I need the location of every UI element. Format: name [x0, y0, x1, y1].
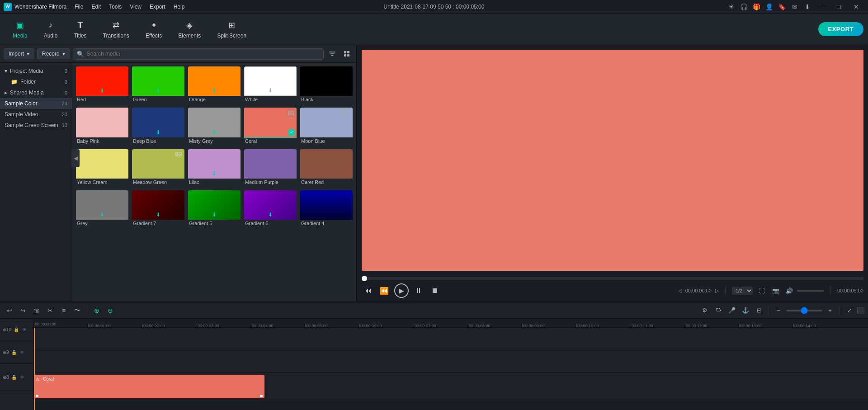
menu-edit[interactable]: Edit	[88, 3, 105, 11]
color-thumb-black[interactable]: Black	[300, 66, 353, 104]
toolbar-audio[interactable]: ♪ Audio	[36, 17, 66, 42]
bookmark-icon[interactable]: 🔖	[777, 1, 788, 12]
headphone-icon[interactable]: 🎧	[739, 1, 750, 12]
toolbar-elements[interactable]: ◈ Elements	[170, 17, 209, 42]
color-thumb-white[interactable]: ⬇ White	[244, 66, 297, 104]
zoom-in-button[interactable]: +	[824, 305, 836, 316]
settings-button[interactable]: ⚙	[699, 305, 711, 316]
preview-video	[362, 50, 863, 271]
audio-button[interactable]: 〜	[71, 305, 83, 316]
color-thumb-gradient-7[interactable]: ⬇ Gradient 7	[132, 190, 184, 228]
sun-icon[interactable]: ☀	[726, 1, 737, 12]
track-lock-10[interactable]: 🔒	[13, 327, 19, 333]
volume-slider[interactable]	[797, 290, 824, 292]
sidebar-item-shared-media[interactable]: ▸ Shared Media 0	[0, 87, 72, 98]
step-back-button[interactable]: ⏪	[378, 284, 391, 297]
color-thumb-caret-red[interactable]: Caret Red	[300, 149, 353, 187]
coral-clip[interactable]: ⚠ Coral	[34, 375, 264, 398]
play-button[interactable]: ▶	[394, 283, 409, 298]
timeline-settings-button[interactable]: ⚓	[740, 305, 751, 316]
filter-button[interactable]	[326, 48, 338, 60]
color-thumb-lilac[interactable]: ⬇ Lilac	[188, 149, 241, 187]
add-track-button[interactable]: ⊕	[91, 305, 103, 316]
mail-icon[interactable]: ✉	[789, 1, 800, 12]
toolbar-media[interactable]: ▣ Media	[5, 17, 36, 42]
color-thumb-yellow-cream[interactable]: Yellow Cream	[76, 149, 128, 187]
menu-file[interactable]: File	[71, 3, 87, 11]
track-eye-10[interactable]: 👁	[21, 327, 28, 333]
sidebar-collapse-button[interactable]: ◀	[71, 149, 80, 167]
export-button[interactable]: EXPORT	[818, 22, 863, 36]
menu-export[interactable]: Export	[146, 3, 169, 11]
import-dropdown[interactable]: Import ▾	[4, 48, 34, 59]
fit-screen-button[interactable]: ⛶	[756, 285, 768, 297]
search-input[interactable]	[87, 51, 320, 57]
fit-button[interactable]: ⤢	[844, 305, 855, 316]
volume-button[interactable]: 🔊	[783, 285, 795, 297]
mic-button[interactable]: 🎤	[726, 305, 738, 316]
toolbar-titles[interactable]: T Titles	[66, 17, 94, 42]
maximize-button[interactable]: □	[832, 0, 846, 14]
toolbar-transitions[interactable]: ⇄ Transitions	[95, 17, 137, 42]
color-thumb-medium-purple[interactable]: Medium Purple	[244, 149, 297, 187]
grid-view-button[interactable]	[341, 48, 353, 60]
pause-button[interactable]: ⏸	[412, 284, 425, 297]
menu-view[interactable]: View	[126, 3, 145, 11]
sidebar-item-project-media[interactable]: ▾ Project Media 3	[0, 66, 72, 76]
color-thumb-gradient-4[interactable]: Gradient 4	[300, 190, 353, 228]
track-lock-8[interactable]: 🔒	[11, 374, 17, 381]
scissors-button[interactable]: ✂	[44, 305, 56, 316]
drag-handle[interactable]	[857, 307, 864, 314]
color-thumb-meadow-green[interactable]: Meadow Green	[132, 149, 184, 187]
color-thumb-red[interactable]: ⬇ Red	[76, 66, 128, 104]
color-thumb-moon-blue[interactable]: Moon Blue	[300, 108, 353, 145]
preview-playhead[interactable]	[362, 276, 367, 281]
zoom-slider[interactable]	[786, 310, 822, 311]
menu-tools[interactable]: Tools	[105, 3, 125, 11]
menu-help[interactable]: Help	[170, 3, 189, 11]
sidebar-item-sample-video[interactable]: Sample Video 20	[0, 109, 72, 120]
screenshot-button[interactable]: 📷	[770, 285, 782, 297]
shared-media-chevron-icon: ▸	[5, 90, 7, 96]
shield-button[interactable]: 🛡	[712, 305, 724, 316]
skip-back-button[interactable]: ⏮	[362, 284, 374, 297]
close-button[interactable]: ✕	[848, 0, 864, 14]
record-dropdown[interactable]: Record ▾	[37, 48, 70, 59]
redo-button[interactable]: ↪	[17, 305, 29, 316]
color-thumb-coral[interactable]: ✓ Coral	[244, 108, 297, 145]
toolbar-effects[interactable]: ✦ Effects	[137, 17, 170, 42]
sidebar-item-folder[interactable]: 📁 Folder 3	[0, 76, 72, 87]
stop-button[interactable]: ⏹	[429, 284, 441, 297]
color-thumb-orange[interactable]: ⬇ Orange	[188, 66, 241, 104]
download-icon[interactable]: ⬇	[802, 1, 813, 12]
clip-resize-right[interactable]	[260, 395, 263, 397]
properties-button[interactable]: ≡	[58, 305, 70, 316]
zoom-out-button[interactable]: −	[773, 305, 784, 316]
split-button[interactable]: ⊟	[753, 305, 765, 316]
color-thumb-misty-grey[interactable]: ⬇ Misty Grey	[188, 108, 241, 145]
resolution-select[interactable]: 1/2 Full 1/4	[732, 287, 753, 295]
playhead-line[interactable]	[34, 328, 35, 410]
track-lock-9[interactable]: 🔒	[11, 349, 17, 356]
preview-timeline[interactable]	[362, 277, 863, 280]
sidebar-item-sample-green-screen[interactable]: Sample Green Screen 10	[0, 120, 72, 131]
minimize-button[interactable]: ─	[815, 0, 830, 14]
delete-button[interactable]: 🗑	[31, 305, 42, 316]
user-icon[interactable]: 👤	[764, 1, 775, 12]
timeline-content: ⚠ Coral	[34, 328, 868, 410]
toolbar-split-screen[interactable]: ⊞ Split Screen	[209, 17, 255, 42]
color-thumb-deep-blue[interactable]: ⬇ Deep Blue	[132, 108, 184, 145]
color-thumb-grey[interactable]: ⬇ Grey	[76, 190, 128, 228]
remove-track-button[interactable]: ⊖	[104, 305, 116, 316]
track-eye-9[interactable]: 👁	[19, 349, 25, 356]
color-thumb-green[interactable]: ⬇ Green	[132, 66, 184, 104]
gift-icon[interactable]: 🎁	[751, 1, 762, 12]
track-eye-8[interactable]: 👁	[19, 374, 25, 381]
color-thumb-gradient-5[interactable]: ⬇ Gradient 5	[188, 190, 241, 228]
color-thumb-gradient-6[interactable]: ⬇ Gradient 6	[244, 190, 297, 228]
undo-button[interactable]: ↩	[4, 305, 15, 316]
sidebar-item-sample-color[interactable]: Sample Color 24	[0, 98, 72, 109]
color-thumb-baby-pink[interactable]: Baby Pink	[76, 108, 128, 145]
clip-resize-left[interactable]	[36, 395, 38, 397]
media-icon: ▣	[14, 20, 25, 31]
